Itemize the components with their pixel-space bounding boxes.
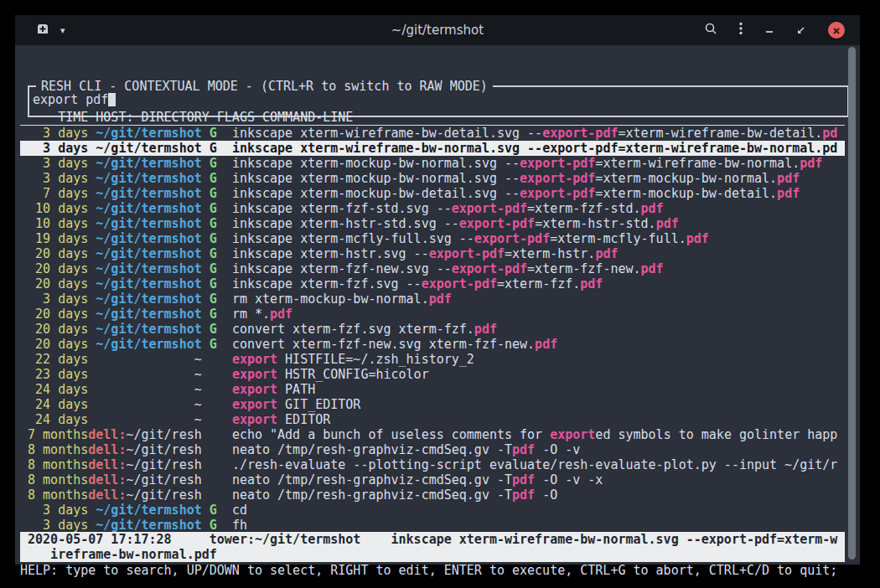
history-row[interactable]: 20 days ~/git/termshot G convert xterm-f… [20,322,845,337]
row-directory: ~/git/termshot [96,171,201,186]
command-segment: export-pdf [459,216,535,231]
command-segment: PATH [277,382,315,397]
history-row[interactable]: 3 days ~/git/termshot G rm xterm-mockup-… [20,291,845,307]
command-segment: neato /tmp/resh-graphviz-cmdSeq.gv -T [232,442,512,457]
history-row[interactable]: 3 days ~/git/termshot G inkscape xterm-m… [20,171,845,186]
command-segment: export-pdf [429,246,505,261]
titlebar[interactable]: ▾ ~/git/termshot [15,15,860,45]
search-button[interactable] [704,22,717,39]
row-pad [217,231,232,246]
history-row[interactable]: 7 days ~/git/termshot G inkscape xterm-m… [20,186,845,201]
row-flags: G [202,322,217,337]
search-query: export pdf [33,92,108,107]
history-row[interactable]: 23 days ~ export HSTR_CONFIG=hicolor [20,367,845,382]
row-pad [217,246,232,261]
command-segment: =xterm-wireframe-bw-normal. [595,156,800,171]
history-row[interactable]: 20 days ~/git/termshot G inkscape xterm-… [20,276,845,291]
row-pad [217,141,232,156]
row-flags: G [202,307,217,322]
row-flags: G [202,216,217,231]
history-row[interactable]: 3 days ~/git/termshot G inkscape xterm-m… [20,156,845,171]
row-directory: ~/git/termshot [96,261,201,276]
restore-icon [796,23,806,39]
row-time: 24 days [20,397,88,412]
history-row[interactable]: 10 days ~/git/termshot G inkscape xterm-… [20,201,845,216]
row-directory: ~ [194,397,202,412]
command-segment: convert xterm-fzf-new.svg xterm-fzf-new. [232,337,535,352]
command-segment: pdf [535,337,557,352]
history-row[interactable]: 20 days ~/git/termshot G rm *.pdf [20,307,845,322]
row-time: 20 days [20,261,88,276]
search-input[interactable]: export pdf [33,92,116,107]
restore-button[interactable] [796,23,806,39]
row-directory: ~/git/resh [126,487,201,503]
row-directory: ~/git/termshot [96,216,201,231]
row-time: 3 days [20,171,88,186]
history-row[interactable]: 3 days ~/git/termshot G cd [20,503,845,518]
row-time: 7 days [20,186,88,201]
history-row[interactable]: 22 days ~ export HISTFILE=~/.zsh_history… [20,352,845,367]
row-pad [217,487,232,503]
row-flags: G [202,246,217,261]
close-button[interactable] [828,22,845,39]
command-segment: =xterm-wireframe-bw-detail. [618,126,822,141]
row-flags [202,457,217,472]
row-flags: G [202,276,217,291]
command-segment: =xterm-fzf-new. [527,261,640,276]
command-segment: pdf [777,186,800,201]
row-time: 10 days [20,216,88,231]
command-segment: export [232,367,277,382]
command-segment: rm xterm-mockup-bw-normal. [232,291,429,307]
row-time: 23 days [20,367,88,382]
row-flags: G [202,126,217,141]
history-row[interactable]: 20 days ~/git/termshot G inkscape xterm-… [20,261,845,276]
row-directory: ~/git/termshot [96,156,201,171]
history-row[interactable]: 19 days ~/git/termshot G inkscape xterm-… [20,231,845,246]
row-pad [88,231,96,246]
row-pad [217,352,232,367]
minimize-button[interactable] [764,23,774,39]
history-row[interactable]: 24 days ~ export PATH [20,382,845,397]
row-pad [217,186,232,201]
row-directory: ~/git/termshot [96,322,201,337]
history-row[interactable]: 8 monthsdell:~/git/resh ./resh-evaluate … [20,457,845,472]
history-row[interactable]: 20 days ~/git/termshot G convert xterm-f… [20,337,845,352]
row-directory: ~ [194,412,202,427]
history-row[interactable]: 8 monthsdell:~/git/resh neato /tmp/resh-… [20,442,845,457]
command-segment: -O -v [535,442,580,457]
command-segment: pdf [641,261,664,276]
row-time: 3 days [20,518,88,533]
menu-button[interactable] [739,22,743,39]
row-time: 20 days [20,307,88,322]
history-row[interactable]: 3 days ~/git/termshot G inkscape xterm-w… [20,126,845,141]
history-row[interactable]: 3 days ~/git/termshot G fh [20,518,845,533]
row-host: dell: [88,427,126,442]
row-flags [202,442,217,457]
command-segment: inkscape xterm-hstr.svg -- [232,246,429,261]
history-row[interactable]: 20 days ~/git/termshot G inkscape xterm-… [20,246,845,261]
command-segment: inkscape xterm-fzf.svg -- [232,276,422,291]
scrollbar[interactable] [848,47,856,560]
history-row[interactable]: 10 days ~/git/termshot G inkscape xterm-… [20,216,845,231]
command-segment: fh [232,518,247,533]
command-segment: inkscape xterm-fzf-new.svg -- [232,261,452,276]
row-time: 20 days [20,246,88,261]
command-segment: ed symbols to make golinter happ [595,427,837,442]
row-flags: G [202,141,217,156]
history-row[interactable]: 24 days ~ export GIT_EDITOR [20,397,845,412]
history-row[interactable]: 8 monthsdell:~/git/resh neato /tmp/resh-… [20,472,845,487]
row-pad [217,171,232,186]
history-row[interactable]: 7 monthsdell:~/git/resh echo "Add a bunc… [20,427,845,442]
row-pad [217,276,232,291]
row-pad [217,291,232,307]
command-segment: pdf [512,442,535,457]
search-icon [704,22,717,39]
row-time: 20 days [20,322,88,337]
history-row[interactable]: 3 days ~/git/termshot G inkscape xterm-w… [20,141,845,156]
command-segment: -O [535,487,557,503]
row-directory: ~/git/termshot [96,307,201,322]
row-pad [217,367,232,382]
history-row[interactable]: 24 days ~ export EDITOR [20,412,845,427]
command-segment: export-pdf [520,156,595,171]
history-row[interactable]: 8 monthsdell:~/git/resh neato /tmp/resh-… [20,487,845,503]
